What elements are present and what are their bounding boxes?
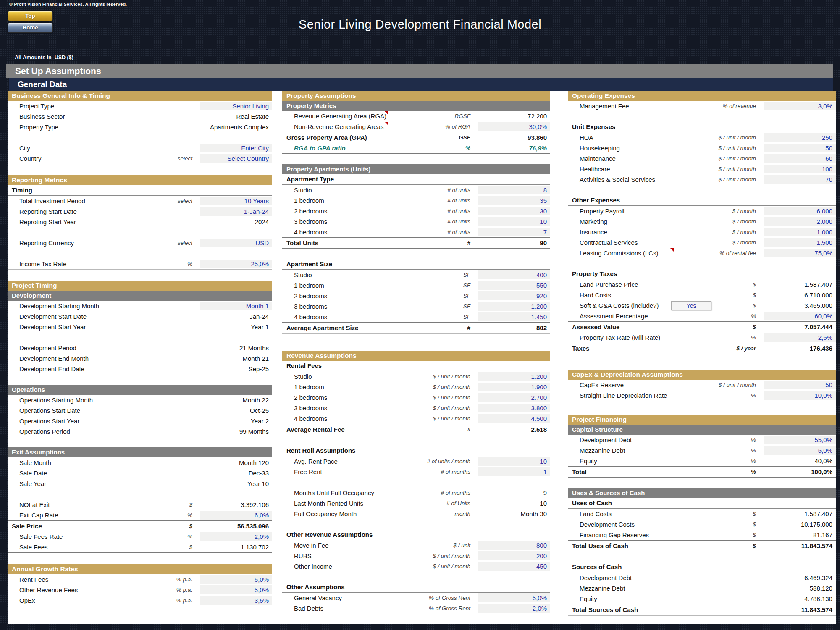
input-3-bedrooms[interactable]: 10 (478, 217, 550, 226)
input-property-payroll[interactable]: 6.000 (764, 207, 836, 215)
input-development-debt[interactable]: 55,0% (764, 436, 836, 444)
copyright-text: © Profit Vision Financial Services. All … (9, 2, 127, 7)
label-capex-reserve: CapEx Reserve (568, 381, 701, 388)
input-bad-debts[interactable]: 2,0% (478, 604, 550, 613)
row-financing-gap-reserves: Financing Gap Reserves$81.167 (568, 530, 836, 540)
input-contractual-services[interactable]: 1.500 (764, 238, 836, 247)
spacer-row (568, 258, 836, 269)
unit-non-revenue-generating-areas: % of RGA (415, 123, 478, 130)
input-1-bedroom[interactable]: 1.900 (478, 383, 550, 391)
input-city[interactable]: Enter City (200, 144, 272, 152)
input-assessment-percentage[interactable]: 60,0% (764, 312, 836, 320)
subheader-apartment-size: Apartment Size (282, 259, 550, 270)
input-marketing[interactable]: 2.000 (764, 217, 836, 226)
input-project-type[interactable]: Senior Living (200, 102, 272, 110)
value-total-units: 90 (478, 239, 550, 247)
row-operations-starting-month: Operations Starting MonthMonth 22 (8, 395, 272, 405)
label-sale-year: Sale Year (8, 480, 137, 487)
input-2-bedrooms[interactable]: 920 (478, 291, 550, 300)
input-studio[interactable]: 8 (478, 186, 550, 194)
input-3-bedrooms[interactable]: 3.800 (478, 404, 550, 412)
label-4-bedrooms: 4 bedrooms (282, 313, 415, 320)
spacer-row (568, 551, 836, 562)
row-assessment-percentage: Assessment Percentage%60,0% (568, 311, 836, 321)
input-maintenance[interactable]: 60 (764, 154, 836, 163)
input-general-vacancy[interactable]: 5,0% (478, 593, 550, 602)
input-move-in-fee[interactable]: 800 (478, 541, 550, 550)
input-1-bedroom[interactable]: 550 (478, 281, 550, 290)
row-total-units: Total Units#90 (282, 237, 550, 249)
row-3-bedrooms: 3 bedrooms# of units10 (282, 216, 550, 227)
row-property-tax-rate-mill-rate: Property Tax Rate (Mill Rate)%2,5% (568, 332, 836, 343)
row-gross-property-area-gpa: Gross Property Area (GPA)GSF93.860 (282, 132, 550, 143)
unit-move-in-fee: $ / unit (415, 542, 478, 549)
value-operations-start-date: Oct-25 (200, 407, 272, 414)
input-mezzanine-debt[interactable]: 5,0% (764, 446, 836, 455)
page-title: Senior Living Development Financial Mode… (0, 18, 840, 32)
input-1-bedroom[interactable]: 35 (478, 196, 550, 205)
label-hard-costs: Hard Costs (568, 291, 701, 299)
input-healthcare[interactable]: 100 (764, 165, 836, 173)
input-housekeeping[interactable]: 50 (764, 144, 836, 152)
row-insurance: Insurance$ / month1.000 (568, 227, 836, 237)
input-sale-fees-rate[interactable]: 2,0% (200, 532, 272, 541)
spacer-row (282, 519, 550, 530)
input-2-bedrooms[interactable]: 30 (478, 207, 550, 215)
row-exit-cap-rate: Exit Cap Rate%6,0% (8, 510, 272, 520)
row-mezzanine-debt: Mezzanine Debt%5,0% (568, 445, 836, 456)
unit-sale-fees-rate: % (137, 533, 200, 540)
section-header-project-timing: Project Timing (8, 281, 272, 291)
subheader-property-taxes: Property Taxes (568, 269, 836, 279)
value-noi-at-exit: 3.392.106 (200, 501, 272, 508)
input-4-bedrooms[interactable]: 7 (478, 228, 550, 236)
row-total-uses-of-cash: Total Uses of Cash$11.843.574 (568, 540, 836, 551)
input-country[interactable]: Select Country (200, 154, 272, 163)
label-property-payroll: Property Payroll (568, 207, 701, 215)
label-avg-rent-pace: Avg. Rent Pace (282, 458, 415, 465)
input-avg-rent-pace[interactable]: 10 (478, 457, 550, 466)
input-reporting-currency[interactable]: USD (200, 239, 272, 247)
input-3-bedrooms[interactable]: 1.200 (478, 302, 550, 311)
input-studio[interactable]: 400 (478, 270, 550, 279)
input-capex-reserve[interactable]: 50 (764, 381, 836, 389)
label-noi-at-exit: NOI at Exit (8, 501, 137, 508)
unit-contractual-services: $ / month (701, 239, 764, 246)
input-leasing-commissions-lcs[interactable]: 75,0% (764, 249, 836, 257)
general-data-bar: General Data (9, 78, 833, 91)
input-activities-social-services[interactable]: 70 (764, 175, 836, 184)
input-reporting-start-date[interactable]: 1-Jan-24 (200, 207, 272, 216)
input-income-tax-rate[interactable]: 25,0% (200, 260, 272, 268)
input-straight-line-depreciation-rate[interactable]: 10,0% (764, 391, 836, 400)
input-total-investment-period[interactable]: 10 Years (200, 197, 272, 205)
section-header-capex-depreciation-assumptions: CapEx & Depreciation Assumptions (568, 370, 836, 380)
value-sale-year: Year 10 (200, 480, 272, 487)
input-2-bedrooms[interactable]: 2.700 (478, 393, 550, 402)
unit-development-costs: $ (701, 521, 764, 528)
input-other-income[interactable]: 450 (478, 562, 550, 571)
section-header-capital-structure: Capital Structure (568, 425, 836, 435)
input-4-bedrooms[interactable]: 1.450 (478, 312, 550, 321)
input-non-revenue-generating-areas[interactable]: 30,0% (478, 122, 550, 131)
section-card: Reporting MetricsTimingTotal Investment … (8, 175, 272, 270)
row-marketing: Marketing$ / month2.000 (568, 216, 836, 227)
input-4-bedrooms[interactable]: 4.500 (478, 414, 550, 423)
input-rubs[interactable]: 200 (478, 551, 550, 560)
input-insurance[interactable]: 1.000 (764, 228, 836, 236)
input-hoa[interactable]: 250 (764, 133, 836, 142)
input-development-starting-month[interactable]: Month 1 (200, 302, 272, 310)
input-rent-fees[interactable]: 5,0% (200, 575, 272, 584)
label-development-period: Development Period (8, 344, 137, 352)
input-management-fee[interactable]: 3,0% (764, 102, 836, 110)
input-exit-cap-rate[interactable]: 6,0% (200, 511, 272, 520)
section-header-exit-assumptions: Exit Assumptions (8, 447, 272, 457)
value-sale-date: Dec-33 (200, 470, 272, 477)
input-studio[interactable]: 1.200 (478, 372, 550, 381)
section-card: Annual Growth RatesRent Fees% p.a.5,0%Ot… (8, 564, 272, 606)
soft-ga-include-toggle[interactable]: Yes (671, 301, 711, 310)
label-land-purchase-price: Land Purchase Price (568, 281, 701, 288)
unit-3-bedrooms: # of units (415, 218, 478, 225)
input-opex[interactable]: 3,5% (200, 596, 272, 605)
input-other-revenue-fees[interactable]: 5,0% (200, 585, 272, 594)
input-free-rent[interactable]: 1 (478, 467, 550, 476)
input-property-tax-rate-mill-rate[interactable]: 2,5% (764, 333, 836, 342)
